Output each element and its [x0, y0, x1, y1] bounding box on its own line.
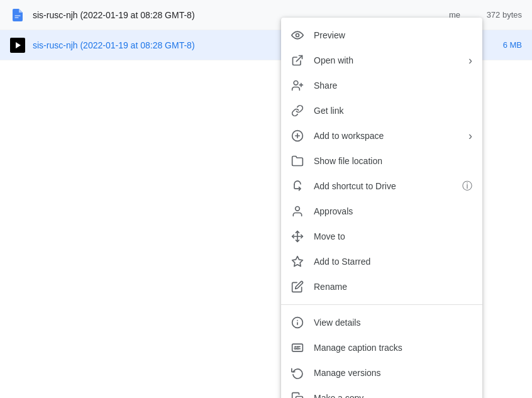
- menu-item-rename[interactable]: Rename: [281, 274, 482, 299]
- info-icon: [291, 316, 304, 329]
- file-size: 372 bytes: [478, 10, 522, 19]
- menu-item-add-shortcut[interactable]: Add shortcut to Drive ⓘ: [281, 174, 482, 199]
- menu-label: Preview: [314, 30, 472, 40]
- video-icon: [10, 38, 25, 53]
- file-size: 6 MB: [478, 40, 522, 50]
- menu-label: Share: [314, 80, 472, 91]
- menu-label: Add shortcut to Drive: [314, 181, 452, 191]
- menu-label: View details: [314, 318, 472, 328]
- menu-label: Get link: [314, 106, 472, 116]
- menu-item-manage-versions[interactable]: Manage versions: [281, 360, 482, 385]
- submenu-arrow: ›: [468, 54, 472, 67]
- star-icon: [291, 255, 304, 268]
- menu-item-approvals[interactable]: Approvals: [281, 199, 482, 224]
- menu-item-add-workspace[interactable]: Add to workspace ›: [281, 123, 482, 148]
- menu-label: Move to: [314, 231, 472, 241]
- svg-marker-11: [292, 257, 303, 267]
- approvals-icon: [291, 205, 304, 218]
- svg-point-0: [296, 34, 299, 37]
- preview-icon: [291, 29, 304, 41]
- menu-label: Manage caption tracks: [314, 343, 472, 353]
- folder-icon: [291, 155, 304, 167]
- submenu-arrow: ›: [468, 130, 472, 143]
- menu-label: Manage versions: [314, 368, 472, 378]
- svg-text:CC: CC: [294, 346, 299, 350]
- menu-label: Add to workspace: [314, 131, 458, 141]
- context-menu: Preview Open with › Share: [281, 18, 482, 398]
- doc-icon: [10, 8, 25, 23]
- menu-item-make-copy[interactable]: Make a copy: [281, 385, 482, 398]
- menu-label: Add to Starred: [314, 257, 472, 267]
- copy-icon: [291, 392, 304, 398]
- svg-point-2: [294, 81, 298, 86]
- menu-label: Approvals: [314, 206, 472, 216]
- share-icon: [291, 79, 304, 92]
- open-with-icon: [291, 54, 304, 67]
- menu-label: Make a copy: [314, 393, 472, 398]
- svg-line-1: [296, 56, 302, 62]
- menu-label: Show file location: [314, 156, 472, 166]
- move-icon: [291, 230, 304, 243]
- menu-item-show-location[interactable]: Show file location: [281, 148, 482, 174]
- menu-item-move-to[interactable]: Move to: [281, 224, 482, 249]
- link-icon: [291, 104, 304, 117]
- versions-icon: [291, 367, 304, 379]
- menu-item-get-link[interactable]: Get link: [281, 98, 482, 123]
- menu-item-preview[interactable]: Preview: [281, 23, 482, 48]
- menu-item-view-details[interactable]: View details: [281, 310, 482, 335]
- menu-item-open-with[interactable]: Open with ›: [281, 48, 482, 73]
- rename-icon: [291, 280, 304, 293]
- menu-label: Rename: [314, 282, 472, 292]
- menu-divider: [281, 304, 482, 305]
- svg-point-8: [296, 207, 300, 211]
- menu-item-manage-captions[interactable]: CC Manage caption tracks: [281, 335, 482, 360]
- menu-label: Open with: [314, 55, 458, 65]
- help-icon: ⓘ: [462, 180, 472, 193]
- captions-icon: CC: [291, 341, 304, 354]
- menu-item-add-starred[interactable]: Add to Starred: [281, 249, 482, 274]
- add-workspace-icon: [291, 130, 304, 142]
- menu-item-share[interactable]: Share: [281, 73, 482, 98]
- shortcut-icon: [291, 180, 304, 192]
